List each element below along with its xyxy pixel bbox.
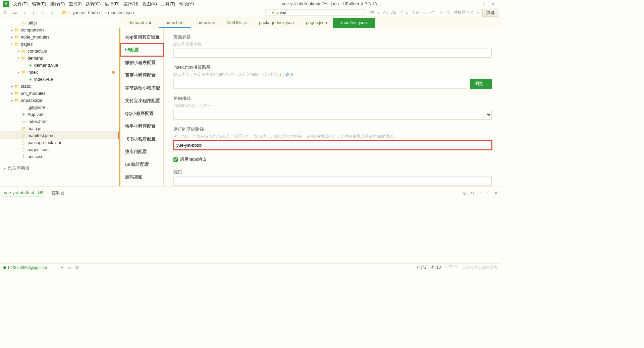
- restart-icon[interactable]: ↻: [471, 191, 474, 196]
- tree-item[interactable]: ▾📁demand: [0, 55, 119, 62]
- lines-icon[interactable]: ≡: [406, 10, 408, 15]
- breadcrumb-file[interactable]: manifest.json: [108, 10, 134, 15]
- input-port[interactable]: [173, 177, 492, 186]
- menu-item[interactable]: 跳转(G): [86, 1, 101, 7]
- select-all-btn[interactable]: 全选: [412, 10, 420, 15]
- minimize-icon[interactable]: —: [471, 1, 475, 6]
- tree-item[interactable]: ◈App.vue: [0, 111, 119, 118]
- console-tab-console[interactable]: 控制台: [51, 189, 65, 197]
- tree-item[interactable]: ▸📁contactUs: [0, 48, 119, 55]
- preview-button[interactable]: 预览: [482, 9, 498, 17]
- stop-icon[interactable]: ⊘: [463, 191, 467, 196]
- tree-item[interactable]: JSutil.js: [0, 19, 119, 26]
- regex-icon[interactable]: .*: [400, 10, 402, 15]
- word-icon[interactable]: Ab̲: [391, 10, 396, 15]
- sidenav-item[interactable]: 源码视图: [120, 171, 163, 184]
- link-template-ref[interactable]: 参考: [285, 72, 293, 77]
- input-base-path[interactable]: [173, 141, 492, 150]
- back-icon[interactable]: ‹: [21, 10, 27, 15]
- menu-item[interactable]: 文件(F): [13, 1, 28, 7]
- new-tab-icon[interactable]: ▭: [12, 10, 17, 15]
- menu-item[interactable]: 视图(V): [142, 1, 157, 7]
- menu-item[interactable]: 运行(R): [105, 1, 119, 7]
- editor-tab[interactable]: manifest.json: [333, 18, 375, 28]
- sidenav-item[interactable]: uni统计配置: [120, 158, 163, 171]
- play-icon[interactable]: ▷: [50, 10, 55, 15]
- close-search-icon[interactable]: ✕: [476, 10, 480, 15]
- clear-icon[interactable]: ▭: [478, 191, 482, 196]
- sync-icon[interactable]: ⟳: [75, 265, 79, 270]
- terminal-icon[interactable]: ▭: [68, 265, 71, 270]
- next-match-btn[interactable]: 下一个: [438, 10, 450, 15]
- search-mode-icon[interactable]: ⋮≡: [268, 10, 275, 15]
- menu-item[interactable]: 查找(I): [69, 1, 82, 7]
- tree-item[interactable]: §uni.scss: [0, 153, 119, 160]
- sidenav-item[interactable]: 支付宝小程序配置: [120, 94, 163, 107]
- select-route[interactable]: [173, 110, 492, 120]
- sidenav-item[interactable]: 百度小程序配置: [120, 69, 163, 82]
- tree-item[interactable]: ▸📁node_modules: [0, 33, 119, 41]
- tree-item[interactable]: {}pages.json: [0, 146, 119, 153]
- sidenav-item[interactable]: h5配置: [120, 44, 163, 56]
- tree-item[interactable]: ▸📁uni_modules: [0, 90, 119, 97]
- status-col[interactable]: 列:13: [431, 265, 441, 270]
- tree-item[interactable]: JSmain.js: [0, 125, 119, 132]
- editor-tab[interactable]: pages.json: [300, 18, 333, 28]
- sidenav-item[interactable]: App常用其它设置: [120, 31, 163, 44]
- new-window-icon[interactable]: ⧉: [3, 10, 8, 15]
- prev-match-btn[interactable]: 上一个: [423, 10, 435, 15]
- menu-item[interactable]: 发行(U): [123, 1, 138, 7]
- close-console-icon[interactable]: ✕: [494, 191, 498, 196]
- status-encoding[interactable]: UTF-8: [445, 265, 457, 270]
- closed-projects[interactable]: ▸ 已关闭项目: [0, 163, 119, 173]
- tree-item[interactable]: <>index.html: [0, 118, 119, 125]
- case-icon[interactable]: Aa: [383, 10, 388, 15]
- folder-icon: 📁: [62, 10, 67, 15]
- search-input[interactable]: [276, 10, 363, 15]
- editor-tab[interactable]: NetUtils.js: [221, 18, 253, 28]
- replace-btn[interactable]: 替换区 < <: [454, 10, 473, 15]
- search-box[interactable]: ⋮≡: [265, 9, 366, 16]
- maximize-icon[interactable]: □: [482, 1, 485, 6]
- sidenav-item[interactable]: 微信小程序配置: [120, 56, 163, 69]
- list-icon[interactable]: ≣: [60, 265, 64, 270]
- menu-item[interactable]: 选择(S): [50, 1, 65, 7]
- input-page-title[interactable]: [173, 49, 492, 58]
- sidenav-item[interactable]: 快手小程序配置: [120, 120, 163, 133]
- sidenav-item[interactable]: 飞书小程序配置: [120, 133, 163, 145]
- label-template: index.html模板路径: [173, 64, 492, 70]
- menu-item[interactable]: 工具(T): [161, 1, 175, 7]
- sidenav-item[interactable]: 字节跳动小程序配: [120, 82, 163, 94]
- tree-item[interactable]: ◈demand.vue: [0, 62, 119, 69]
- tree-item[interactable]: {}package-lock.json: [0, 139, 119, 146]
- tree-item[interactable]: ▾📁pages: [0, 41, 119, 48]
- tree-item[interactable]: ◈index.vue: [0, 76, 119, 83]
- menu-item[interactable]: 编辑(E): [32, 1, 46, 7]
- status-email[interactable]: 1443750986@qq.com: [3, 265, 47, 270]
- tree-item[interactable]: ▸📁static: [0, 83, 119, 90]
- browse-button[interactable]: 浏览...: [470, 79, 492, 89]
- status-line[interactable]: 行:72: [417, 265, 427, 270]
- close-icon[interactable]: ✕: [491, 1, 495, 6]
- tree-item[interactable]: ▫.gitignore: [0, 104, 119, 111]
- tree-item[interactable]: ▸📁unpackage: [0, 97, 119, 104]
- tree-item[interactable]: {}manifest.json: [0, 132, 119, 139]
- editor-tab[interactable]: demand.vue: [122, 18, 159, 28]
- sidenav-item[interactable]: QQ小程序配置: [120, 107, 163, 120]
- tree-item[interactable]: ▾📁index: [0, 69, 119, 76]
- checkbox-https[interactable]: [173, 157, 178, 162]
- forward-icon[interactable]: ›: [31, 10, 36, 15]
- editor-tab[interactable]: package-lock.json: [253, 18, 300, 28]
- star-icon[interactable]: ☆: [40, 10, 46, 15]
- editor-tab[interactable]: index.html: [159, 18, 191, 28]
- tree-item[interactable]: ▸📁components: [0, 26, 119, 33]
- input-template[interactable]: [173, 79, 467, 89]
- sidenav-item[interactable]: 快应用配置: [120, 145, 163, 158]
- console-tab-project[interactable]: yue-yst-bbdb-ui - H5: [3, 189, 44, 197]
- tree-item-label: contactUs: [28, 49, 47, 54]
- arrow-down-icon[interactable]: ↓: [378, 10, 380, 15]
- breadcrumb-project[interactable]: yue-yst-bbdb-ui: [72, 10, 103, 15]
- collapse-icon[interactable]: ⌃: [486, 191, 490, 196]
- editor-tab[interactable]: index.vue: [191, 18, 221, 28]
- menu-item[interactable]: 帮助(Y): [179, 1, 194, 7]
